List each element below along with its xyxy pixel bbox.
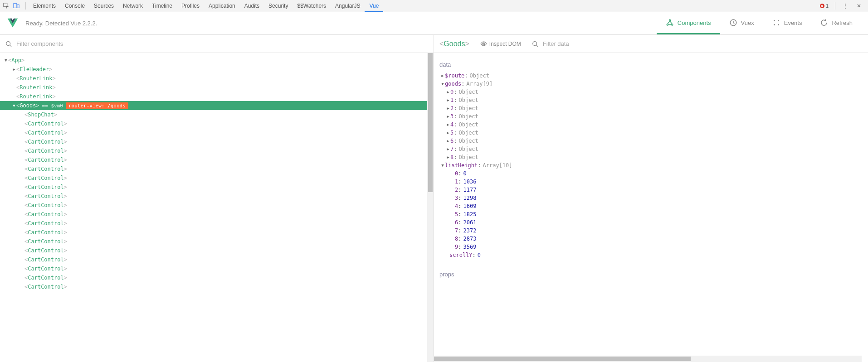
tree-row[interactable]: <CartControl> [0, 137, 434, 146]
data-row[interactable]: ▶8: Object [439, 153, 868, 161]
tree-row[interactable]: <CartControl> [0, 183, 434, 192]
data-row[interactable]: ▶6: Object [439, 137, 868, 145]
inspect-element-icon[interactable] [3, 2, 10, 10]
data-row[interactable]: 6: 2061 [439, 218, 868, 227]
tree-row[interactable]: <CartControl> [0, 237, 434, 246]
expand-arrow-icon[interactable]: ▼ [440, 82, 445, 86]
tree-row[interactable]: <CartControl> [0, 119, 434, 128]
tree-row[interactable]: <CartControl> [0, 246, 434, 255]
tree-row[interactable]: <RouterLink> [0, 74, 434, 83]
expand-arrow-icon[interactable]: ▶ [440, 73, 445, 78]
data-row[interactable]: ▶$route: Object [439, 72, 868, 80]
devtools-tab-angularjs[interactable]: AngularJS [331, 0, 365, 12]
tree-row[interactable]: ▼<App> [0, 56, 434, 65]
tree-row[interactable]: <CartControl> [0, 201, 434, 210]
data-row[interactable]: 4: 1609 [439, 202, 868, 210]
data-row[interactable]: ▶1: Object [439, 96, 868, 104]
data-row[interactable]: ▶0: Object [439, 88, 868, 96]
expand-arrow-icon[interactable]: ▶ [446, 122, 450, 127]
data-row[interactable]: ▶3: Object [439, 112, 868, 121]
tree-row[interactable]: <ShopChat> [0, 110, 434, 119]
expand-arrow-icon[interactable]: ▼ [440, 163, 445, 168]
separator [25, 2, 26, 10]
data-row[interactable]: 7: 2372 [439, 227, 868, 235]
tree-row[interactable]: <CartControl> [0, 146, 434, 155]
devtools-tab-elements[interactable]: Elements [29, 0, 60, 12]
expand-arrow-icon[interactable]: ▼ [4, 58, 8, 63]
data-row[interactable]: ▶7: Object [439, 145, 868, 153]
close-icon[interactable]: ✕ [855, 2, 863, 10]
device-toolbar-icon[interactable] [13, 2, 20, 10]
tree-row[interactable]: <CartControl> [0, 282, 434, 291]
devtools-tab-network[interactable]: Network [118, 0, 147, 12]
tree-row[interactable]: <RouterLink> [0, 83, 434, 92]
filter-components-input[interactable] [16, 40, 428, 47]
inspect-dom-button[interactable]: Inspect DOM [480, 40, 521, 47]
data-row[interactable]: ▼goods: Array[9] [439, 80, 868, 88]
expand-arrow-icon[interactable]: ▶ [446, 90, 450, 94]
tree-row[interactable]: <CartControl> [0, 219, 434, 228]
data-row[interactable]: 1: 1036 [439, 178, 868, 186]
data-row[interactable]: 0: 0 [439, 169, 868, 178]
devtools-tab-timeline[interactable]: Timeline [147, 0, 177, 12]
expand-arrow-icon[interactable]: ▶ [446, 130, 450, 135]
tree-row[interactable]: <CartControl> [0, 164, 434, 174]
data-row[interactable]: ▶2: Object [439, 104, 868, 112]
tree-row[interactable]: <CartControl> [0, 255, 434, 264]
filter-data-input[interactable] [543, 40, 863, 47]
tree-row[interactable]: <CartControl> [0, 210, 434, 219]
expand-arrow-icon[interactable]: ▶ [446, 139, 450, 143]
tree-row[interactable]: <CartControl> [0, 228, 434, 237]
data-row[interactable]: scrollY: 0 [439, 251, 868, 259]
vertical-scrollbar[interactable] [427, 53, 434, 362]
devtools-tab-console[interactable]: Console [60, 0, 89, 12]
kebab-menu-icon[interactable]: ⋮ [842, 2, 849, 10]
tab-vuex[interactable]: Vuex [720, 12, 763, 34]
devtools-tab-security[interactable]: Security [264, 0, 293, 12]
devtools-tab-application[interactable]: Application [204, 0, 240, 12]
tab-components[interactable]: Components [657, 12, 720, 34]
expand-arrow-icon[interactable]: ▶ [446, 147, 450, 151]
data-row[interactable]: ▶4: Object [439, 121, 868, 129]
tree-row[interactable]: ▶<EleHeader> [0, 65, 434, 74]
horizontal-scrollbar[interactable] [434, 356, 862, 362]
tree-row[interactable]: <CartControl> [0, 192, 434, 201]
data-row[interactable]: ▼listHeight: Array[10] [439, 161, 868, 169]
expand-arrow-icon[interactable]: ▶ [446, 114, 450, 119]
data-row[interactable]: 3: 1298 [439, 194, 868, 202]
component-label: <CartControl> [24, 284, 67, 290]
tree-row[interactable]: <CartControl> [0, 174, 434, 183]
data-row[interactable]: 9: 3569 [439, 243, 868, 251]
tree-row[interactable]: <CartControl> [0, 155, 434, 164]
data-row[interactable]: ▶5: Object [439, 129, 868, 137]
component-label: <RouterLink> [16, 75, 56, 82]
expand-arrow-icon[interactable]: ▶ [446, 106, 450, 111]
data-row[interactable]: 5: 1825 [439, 210, 868, 218]
expand-arrow-icon[interactable]: ▼ [12, 103, 16, 108]
devtools-tab-vue[interactable]: Vue [365, 0, 383, 12]
devtools-tab-audits[interactable]: Audits [240, 0, 264, 12]
data-inspector[interactable]: data▶$route: Object▼goods: Array[9]▶0: O… [434, 53, 868, 362]
tree-row[interactable]: <CartControl> [0, 128, 434, 137]
expand-arrow-icon[interactable]: ▶ [12, 67, 16, 72]
tree-row[interactable]: <CartControl> [0, 264, 434, 273]
data-value: Object [458, 89, 478, 95]
tree-row[interactable]: <CartControl> [0, 273, 434, 282]
tab-events[interactable]: Events [763, 12, 811, 34]
data-row[interactable]: 2: 1177 [439, 186, 868, 194]
tree-row[interactable]: ▼<Goods> == $vm0router-view: /goods [0, 101, 434, 110]
devtools-tab-profiles[interactable]: Profiles [177, 0, 204, 12]
component-tree[interactable]: ▼<App>▶<EleHeader><RouterLink><RouterLin… [0, 53, 434, 362]
devtools-tab-$$watchers[interactable]: $$Watchers [293, 0, 331, 12]
expand-arrow-icon[interactable]: ▶ [446, 155, 450, 159]
svg-point-12 [483, 43, 484, 44]
data-value: 2873 [463, 236, 476, 242]
devtools-tab-sources[interactable]: Sources [89, 0, 118, 12]
data-key: $route [445, 72, 464, 79]
expand-arrow-icon[interactable]: ▶ [446, 98, 450, 102]
error-count-badge[interactable]: ✕ 1 [820, 3, 829, 9]
tab-refresh[interactable]: Refresh [811, 12, 862, 34]
tree-row[interactable]: <RouterLink> [0, 92, 434, 101]
data-key: 0 [450, 89, 454, 95]
data-row[interactable]: 8: 2873 [439, 235, 868, 243]
